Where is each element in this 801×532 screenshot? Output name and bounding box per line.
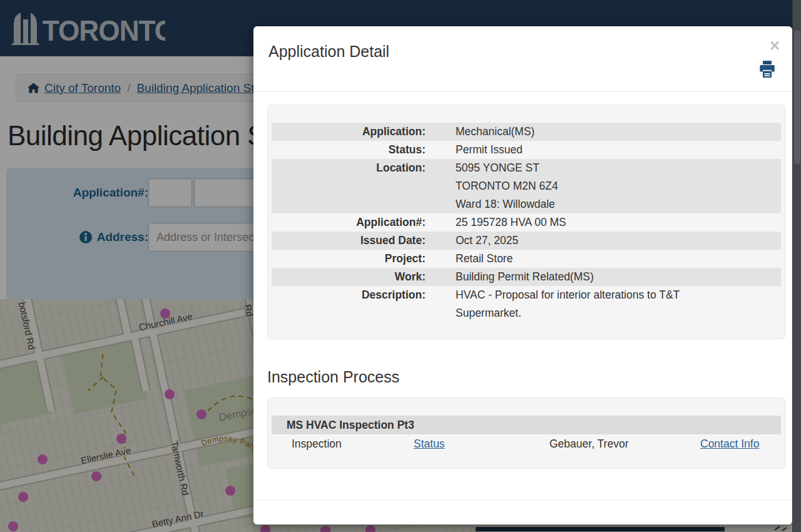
inspector-name: Gebauer, Trevor xyxy=(529,437,680,451)
detail-row: Application#:25 195728 HVA 00 MS xyxy=(272,213,781,232)
inspection-panel: MS HVAC Inspection Pt3 Inspection Status… xyxy=(267,397,785,469)
detail-row: Project:Retail Store xyxy=(272,250,781,268)
detail-row: Work:Building Permit Related(MS) xyxy=(272,268,781,286)
modal-body: Application:Mechanical(MS)Status:Permit … xyxy=(267,105,785,469)
detail-label: Status: xyxy=(272,141,433,159)
contact-info-link[interactable]: Contact Info xyxy=(700,437,759,450)
detail-label: Project: xyxy=(272,250,433,268)
print-button[interactable] xyxy=(758,61,776,79)
detail-value: Permit Issued xyxy=(433,141,523,159)
inspection-process-heading: Inspection Process xyxy=(267,368,785,386)
detail-row: Status:Permit Issued xyxy=(272,141,781,159)
detail-label: Location: xyxy=(272,159,433,213)
detail-value: 5095 YONGE STTORONTO M2N 6Z4Ward 18: Wil… xyxy=(433,159,558,213)
detail-value: Retail Store xyxy=(433,250,513,268)
detail-row: Application:Mechanical(MS) xyxy=(272,123,781,141)
detail-value: 25 195728 HVA 00 MS xyxy=(433,213,566,232)
detail-value: Oct 27, 2025 xyxy=(433,232,518,250)
modal-title: Application Detail xyxy=(268,43,389,61)
inspection-group-title: MS HVAC Inspection Pt3 xyxy=(272,416,781,434)
modal-header: Application Detail × xyxy=(253,26,792,92)
detail-label: Application: xyxy=(272,123,433,141)
detail-value: HVAC - Proposal for interior alterations… xyxy=(433,286,680,322)
page-scrollbar[interactable] xyxy=(792,0,801,532)
inspection-type: Inspection xyxy=(272,437,394,451)
detail-table: Application:Mechanical(MS)Status:Permit … xyxy=(267,105,785,339)
detail-row: Location:5095 YONGE STTORONTO M2N 6Z4War… xyxy=(272,159,781,213)
scrollbar-thumb[interactable] xyxy=(794,30,800,165)
modal-footer xyxy=(253,499,792,524)
printer-icon xyxy=(758,61,776,78)
detail-value: Mechanical(MS) xyxy=(433,123,534,141)
detail-value: Building Permit Related(MS) xyxy=(433,268,594,286)
detail-row: Description:HVAC - Proposal for interior… xyxy=(272,286,781,322)
status-link[interactable]: Status xyxy=(414,437,445,450)
application-detail-modal: Application Detail × Application:Mechani… xyxy=(253,26,792,524)
detail-label: Issued Date: xyxy=(272,232,433,250)
detail-label: Work: xyxy=(272,268,433,286)
detail-row: Issued Date:Oct 27, 2025 xyxy=(272,232,781,250)
detail-label: Application#: xyxy=(272,213,433,232)
inspection-row: Inspection Status Gebauer, Trevor Contac… xyxy=(272,434,781,453)
close-button[interactable]: × xyxy=(766,36,783,56)
detail-label: Description: xyxy=(272,286,433,322)
